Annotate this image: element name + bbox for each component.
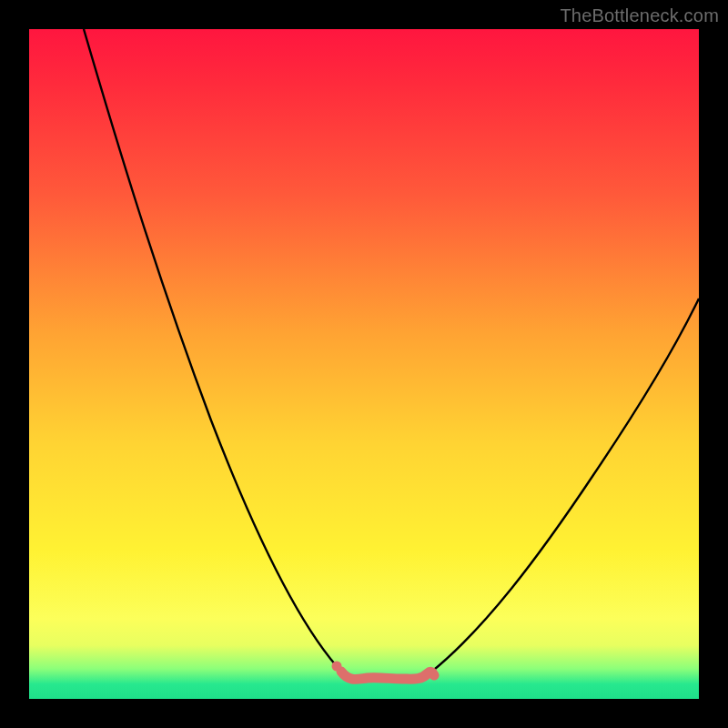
chart-frame: TheBottleneck.com xyxy=(0,0,728,728)
plot-area xyxy=(29,29,699,699)
watermark-text: TheBottleneck.com xyxy=(560,5,719,26)
valley-marker xyxy=(341,672,434,679)
valley-dot xyxy=(332,662,342,672)
right-branch xyxy=(430,298,699,673)
bottleneck-curve xyxy=(29,29,699,699)
left-branch xyxy=(84,29,343,673)
